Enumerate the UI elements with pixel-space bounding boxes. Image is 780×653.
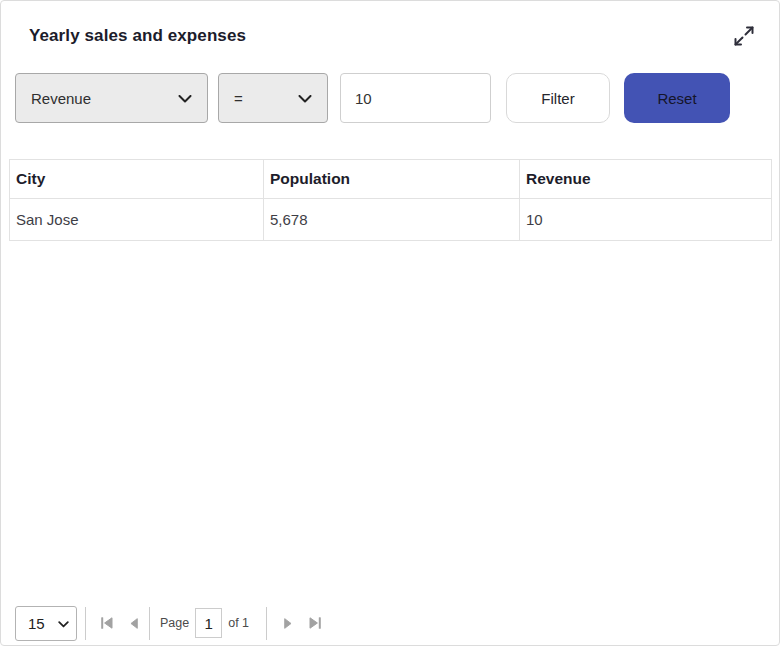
cell-population: 5,678 bbox=[264, 199, 520, 241]
page-label: Page bbox=[160, 616, 189, 630]
last-page-icon bbox=[308, 616, 322, 630]
data-table: City Population Revenue San Jose 5,678 1… bbox=[9, 159, 772, 241]
pagination-bar: 15 Page bbox=[15, 604, 322, 642]
last-page-button[interactable] bbox=[308, 616, 322, 630]
column-header-population[interactable]: Population bbox=[264, 160, 520, 199]
expand-button[interactable] bbox=[731, 23, 757, 49]
filter-button[interactable]: Filter bbox=[506, 73, 610, 123]
reset-button[interactable]: Reset bbox=[624, 73, 730, 123]
divider bbox=[85, 607, 86, 640]
page-size-select[interactable]: 15 bbox=[15, 606, 77, 641]
page-of-label: of 1 bbox=[228, 616, 249, 630]
page-number-input[interactable] bbox=[195, 608, 222, 638]
previous-page-icon bbox=[128, 617, 141, 630]
divider bbox=[149, 607, 150, 640]
next-page-button[interactable] bbox=[281, 617, 294, 630]
cell-revenue: 10 bbox=[520, 199, 772, 241]
page-title: Yearly sales and expenses bbox=[29, 26, 246, 46]
yearly-sales-panel: Yearly sales and expenses Revenue bbox=[0, 0, 780, 646]
table-row[interactable]: San Jose 5,678 10 bbox=[10, 199, 772, 241]
filter-operator-select[interactable]: = bbox=[218, 73, 328, 123]
filter-bar: Revenue = Filter Reset bbox=[15, 73, 765, 123]
column-header-city[interactable]: City bbox=[10, 160, 264, 199]
first-page-icon bbox=[100, 616, 114, 630]
filter-field-select[interactable]: Revenue bbox=[15, 73, 208, 123]
expand-arrows-icon bbox=[732, 24, 756, 48]
column-header-revenue[interactable]: Revenue bbox=[520, 160, 772, 199]
cell-city: San Jose bbox=[10, 199, 264, 241]
first-page-button[interactable] bbox=[100, 616, 114, 630]
panel-header: Yearly sales and expenses bbox=[1, 1, 779, 49]
next-page-icon bbox=[281, 617, 294, 630]
table-header-row: City Population Revenue bbox=[10, 160, 772, 199]
filter-value-input[interactable] bbox=[340, 73, 491, 123]
divider bbox=[266, 607, 267, 640]
previous-page-button[interactable] bbox=[128, 617, 141, 630]
